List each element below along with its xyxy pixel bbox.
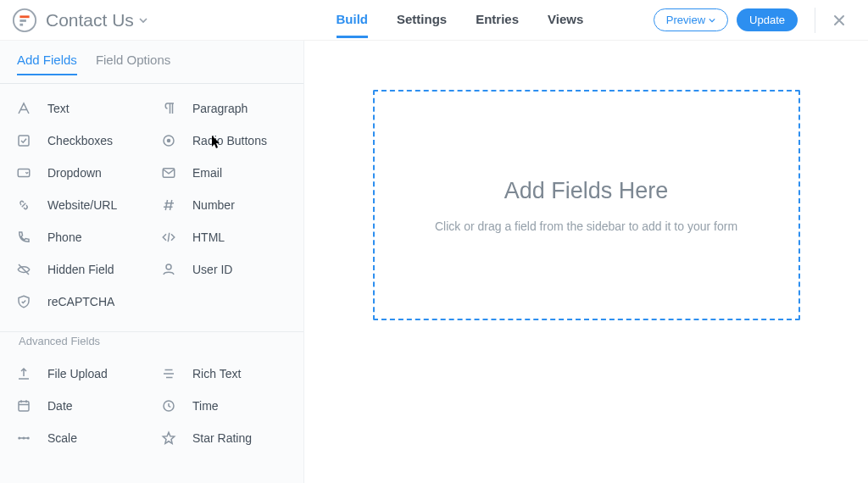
eye-off-icon	[15, 262, 32, 277]
field-dropdown[interactable]: Dropdown	[7, 157, 152, 189]
dropdown-icon	[15, 165, 32, 180]
field-email[interactable]: Email	[152, 157, 297, 189]
hash-icon	[160, 197, 177, 213]
field-label: Radio Buttons	[192, 134, 267, 147]
field-label: Paragraph	[192, 102, 248, 115]
checkbox-icon	[15, 133, 32, 148]
field-paragraph[interactable]: Paragraph	[152, 92, 297, 125]
caret-down-icon	[709, 17, 715, 24]
field-label: Date	[47, 399, 73, 413]
field-file-upload[interactable]: File Upload	[7, 358, 152, 390]
svg-rect-10	[19, 402, 29, 411]
field-checkboxes[interactable]: Checkboxes	[7, 125, 152, 157]
field-label: Time	[192, 399, 219, 413]
brand-area: Contact Us	[12, 8, 266, 33]
text-icon	[15, 101, 32, 116]
user-icon	[160, 262, 177, 277]
field-star-rating[interactable]: Star Rating	[152, 422, 297, 454]
paragraph-icon	[160, 101, 177, 116]
form-dropzone[interactable]: Add Fields Here Click or drag a field fr…	[373, 90, 800, 320]
caret-down-icon	[139, 16, 147, 25]
sidebar-tabs: Add Fields Field Options	[0, 41, 303, 84]
basic-fields-grid: Text Paragraph Checkboxes Radio Buttons …	[0, 84, 303, 323]
svg-point-9	[166, 264, 171, 269]
upload-icon	[15, 366, 32, 381]
star-icon	[160, 430, 177, 446]
field-label: File Upload	[47, 367, 108, 380]
field-phone[interactable]: Phone	[7, 221, 152, 253]
field-label: Website/URL	[47, 198, 117, 212]
advanced-fields-header: Advanced Fields	[0, 323, 303, 349]
field-rich-text[interactable]: Rich Text	[152, 358, 297, 390]
field-label: Checkboxes	[47, 134, 113, 147]
preview-label: Preview	[666, 14, 705, 26]
field-label: Email	[192, 166, 222, 180]
svg-rect-3	[19, 23, 23, 25]
phone-icon	[15, 230, 32, 245]
link-icon	[15, 197, 32, 213]
field-html[interactable]: HTML	[152, 221, 297, 253]
tab-views[interactable]: Views	[548, 2, 583, 38]
scale-icon	[15, 430, 32, 446]
field-label: Phone	[47, 230, 81, 244]
close-icon	[832, 14, 856, 27]
rich-text-icon	[160, 366, 177, 381]
update-button[interactable]: Update	[737, 8, 798, 31]
sidebar-tab-add-fields[interactable]: Add Fields	[17, 53, 77, 75]
email-icon	[160, 165, 177, 180]
svg-rect-2	[19, 19, 26, 22]
radio-icon	[160, 133, 177, 148]
preview-button[interactable]: Preview	[654, 8, 728, 31]
workspace: Add Fields Field Options Text Paragraph …	[0, 41, 868, 483]
field-label: reCAPTCHA	[47, 295, 114, 308]
dropzone-heading: Add Fields Here	[504, 178, 669, 204]
calendar-icon	[15, 398, 32, 414]
field-time[interactable]: Time	[152, 390, 297, 422]
field-radio[interactable]: Radio Buttons	[152, 125, 297, 157]
field-label: Rich Text	[192, 367, 241, 380]
fields-sidebar: Add Fields Field Options Text Paragraph …	[0, 41, 304, 483]
tab-settings[interactable]: Settings	[397, 2, 447, 38]
field-text[interactable]: Text	[7, 92, 152, 125]
code-icon	[160, 230, 177, 245]
svg-point-6	[167, 139, 171, 143]
field-userid[interactable]: User ID	[152, 253, 297, 286]
top-bar-actions: Preview Update	[654, 8, 856, 33]
svg-rect-4	[19, 136, 29, 146]
field-label: Scale	[47, 431, 77, 445]
form-name-dropdown[interactable]: Contact Us	[46, 10, 147, 31]
sidebar-tab-field-options[interactable]: Field Options	[96, 53, 170, 75]
form-canvas-area: Add Fields Here Click or drag a field fr…	[304, 41, 868, 483]
field-label: Number	[192, 198, 235, 212]
app-logo-icon	[12, 8, 37, 33]
field-label: Text	[47, 102, 70, 115]
field-label: Hidden Field	[47, 263, 114, 276]
top-bar: Contact Us Build Settings Entries Views …	[0, 0, 868, 41]
advanced-fields-grid: File Upload Rich Text Date Time Scale St…	[0, 349, 303, 459]
dropzone-hint: Click or drag a field from the sidebar t…	[435, 219, 737, 233]
field-label: HTML	[192, 230, 225, 244]
main-nav: Build Settings Entries Views	[266, 2, 654, 38]
field-label: User ID	[192, 263, 232, 276]
field-label: Dropdown	[47, 166, 102, 180]
close-button[interactable]	[832, 14, 856, 27]
field-hidden[interactable]: Hidden Field	[7, 253, 152, 286]
field-number[interactable]: Number	[152, 189, 297, 221]
form-name-text: Contact Us	[46, 10, 134, 31]
tab-build[interactable]: Build	[337, 2, 369, 38]
clock-icon	[160, 398, 177, 414]
tab-entries[interactable]: Entries	[476, 2, 519, 38]
field-label: Star Rating	[192, 431, 252, 445]
shield-icon	[15, 294, 32, 309]
svg-rect-1	[19, 15, 29, 18]
field-website[interactable]: Website/URL	[7, 189, 152, 221]
field-scale[interactable]: Scale	[7, 422, 152, 454]
separator	[815, 8, 815, 33]
field-date[interactable]: Date	[7, 390, 152, 422]
field-recaptcha[interactable]: reCAPTCHA	[7, 286, 152, 318]
